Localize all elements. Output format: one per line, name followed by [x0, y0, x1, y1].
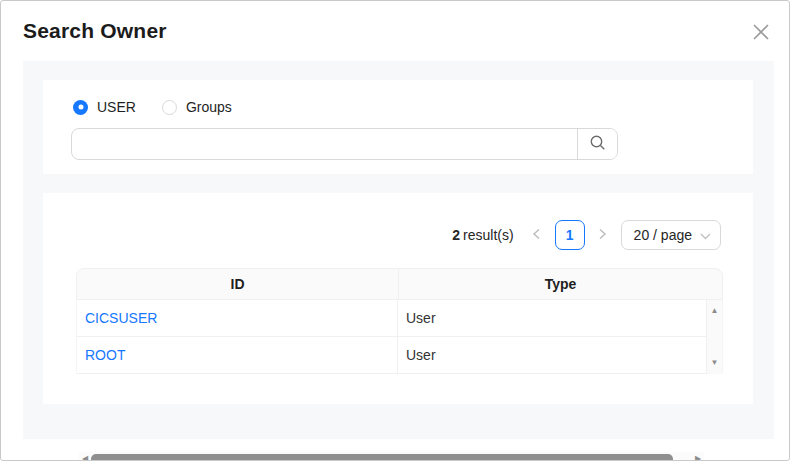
owner-id-link[interactable]: ROOT — [85, 347, 125, 363]
horizontal-scrollbar[interactable]: ◀ ▶ — [79, 452, 704, 461]
horizontal-scrollbar-track[interactable] — [91, 452, 692, 461]
scroll-down-icon[interactable]: ▼ — [711, 359, 719, 367]
search-icon — [589, 134, 607, 155]
page-size-value: 20 / page — [634, 227, 692, 243]
radio-groups[interactable]: Groups — [162, 99, 232, 115]
id-cell: CICSUSER — [77, 300, 398, 336]
page-1-button[interactable]: 1 — [555, 220, 585, 250]
chevron-left-icon — [532, 228, 541, 243]
radio-groups-label: Groups — [186, 99, 232, 115]
type-cell: User — [398, 337, 722, 373]
dialog-content: USER Groups — [23, 61, 774, 439]
result-count-number: 2 — [452, 227, 460, 243]
table-header: ID Type — [76, 268, 723, 300]
next-page-button[interactable] — [594, 220, 612, 250]
chevron-right-icon — [598, 228, 607, 243]
radio-user[interactable]: USER — [73, 99, 136, 115]
horizontal-scrollbar-thumb[interactable] — [91, 454, 673, 461]
search-button[interactable] — [577, 129, 617, 159]
results-panel: 2result(s) 1 20 / page — [43, 193, 753, 404]
result-count: 2result(s) — [452, 227, 513, 243]
table-row: CICSUSER User — [77, 300, 722, 337]
radio-selected-icon — [73, 100, 88, 115]
table-body: CICSUSER User ROOT User ▲ ▼ — [76, 300, 723, 374]
radio-user-label: USER — [97, 99, 136, 115]
close-button[interactable] — [749, 21, 773, 45]
search-panel: USER Groups — [43, 80, 753, 174]
chevron-down-icon — [700, 227, 711, 243]
vertical-scrollbar[interactable]: ▲ ▼ — [706, 300, 722, 374]
table-row: ROOT User — [77, 337, 722, 374]
search-owner-dialog: Search Owner USER Groups — [0, 0, 790, 461]
column-header-id: ID — [77, 269, 399, 299]
close-icon — [752, 23, 770, 44]
type-cell: User — [398, 300, 722, 336]
results-toolbar: 2result(s) 1 20 / page — [452, 220, 721, 250]
page-size-select[interactable]: 20 / page — [621, 220, 721, 250]
id-cell: ROOT — [77, 337, 398, 373]
scroll-up-icon[interactable]: ▲ — [711, 307, 719, 315]
column-header-type: Type — [399, 269, 722, 299]
scroll-left-icon[interactable]: ◀ — [79, 455, 91, 461]
search-input[interactable] — [72, 129, 577, 159]
dialog-title: Search Owner — [23, 19, 167, 43]
radio-unselected-icon — [162, 100, 177, 115]
prev-page-button[interactable] — [528, 220, 546, 250]
owner-type-radio-group: USER Groups — [73, 99, 232, 115]
owner-id-link[interactable]: CICSUSER — [85, 310, 157, 326]
search-box — [71, 128, 618, 160]
result-count-label: result(s) — [463, 227, 514, 243]
results-table: ID Type CICSUSER User ROOT User — [76, 268, 723, 374]
scroll-right-icon[interactable]: ▶ — [692, 455, 704, 461]
